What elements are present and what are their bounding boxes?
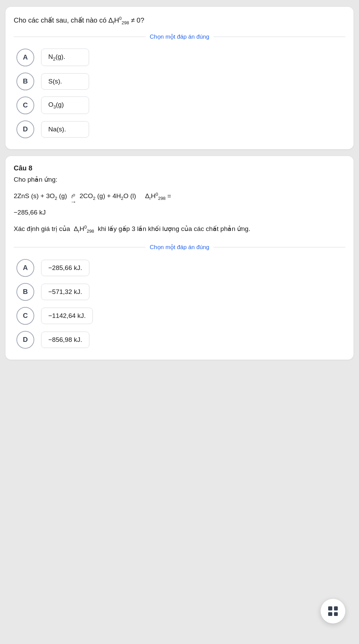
options-list-q8: A −285,66 kJ. B −571,32 kJ. C −1142,64 k… [14, 259, 345, 349]
option-q8-b[interactable]: B −571,32 kJ. [16, 283, 345, 301]
option-circle-d: D [16, 120, 34, 138]
option-q7-b[interactable]: B S(s). [16, 73, 345, 90]
option-box-a: N2(g). [41, 49, 89, 66]
question-8-body: Xác định giá trị của ΔrH0298 khi lấy gấp… [14, 223, 345, 235]
choose-label-q8: Chọn một đáp án đúng [14, 244, 345, 251]
option-box-b: S(s). [41, 73, 89, 90]
option-circle-a: A [16, 49, 34, 66]
reaction-arrow: to → [70, 193, 76, 205]
fab-grid-button[interactable] [321, 599, 345, 623]
question-8-card: Câu 8 Cho phản ứng: 2ZnS (s) + 3O2 (g) t… [5, 156, 354, 360]
option-box-c: O3(g) [41, 96, 89, 114]
option-box-q8-b: −571,32 kJ. [41, 284, 89, 300]
reaction-equation: 2ZnS (s) + 3O2 (g) to → 2CO2 (g) + 4H2O … [14, 191, 345, 205]
option-q8-c[interactable]: C −1142,64 kJ. [16, 307, 345, 325]
option-box-d: Na(s). [41, 121, 89, 138]
option-q7-a[interactable]: A N2(g). [16, 49, 345, 66]
option-box-q8-c: −1142,64 kJ. [41, 308, 93, 324]
choose-label-q7: Chọn một đáp án đúng [14, 33, 345, 40]
question-8-intro: Cho phản ứng: [14, 174, 345, 185]
option-circle-q8-b: B [16, 283, 34, 301]
option-circle-q8-c: C [16, 307, 34, 325]
question-7-card: Cho các chất sau, chất nào có ΔfH0298 ≠ … [5, 7, 354, 149]
option-circle-q8-d: D [16, 331, 34, 349]
question-8-label: Câu 8 [14, 164, 345, 172]
option-q8-a[interactable]: A −285,66 kJ. [16, 259, 345, 277]
option-circle-q8-a: A [16, 259, 34, 277]
option-q7-c[interactable]: C O3(g) [16, 96, 345, 114]
reaction-value: −285,66 kJ [14, 207, 345, 218]
question-7-text: Cho các chất sau, chất nào có ΔfH0298 ≠ … [14, 15, 345, 26]
grid-icon [328, 606, 338, 616]
option-box-q8-d: −856,98 kJ. [41, 332, 89, 348]
option-q8-d[interactable]: D −856,98 kJ. [16, 331, 345, 349]
option-q7-d[interactable]: D Na(s). [16, 120, 345, 138]
option-circle-c: C [16, 96, 34, 114]
option-circle-b: B [16, 73, 34, 90]
option-box-q8-a: −285,66 kJ. [41, 260, 89, 276]
options-list-q7: A N2(g). B S(s). C O3(g) D Na(s). [14, 49, 345, 138]
